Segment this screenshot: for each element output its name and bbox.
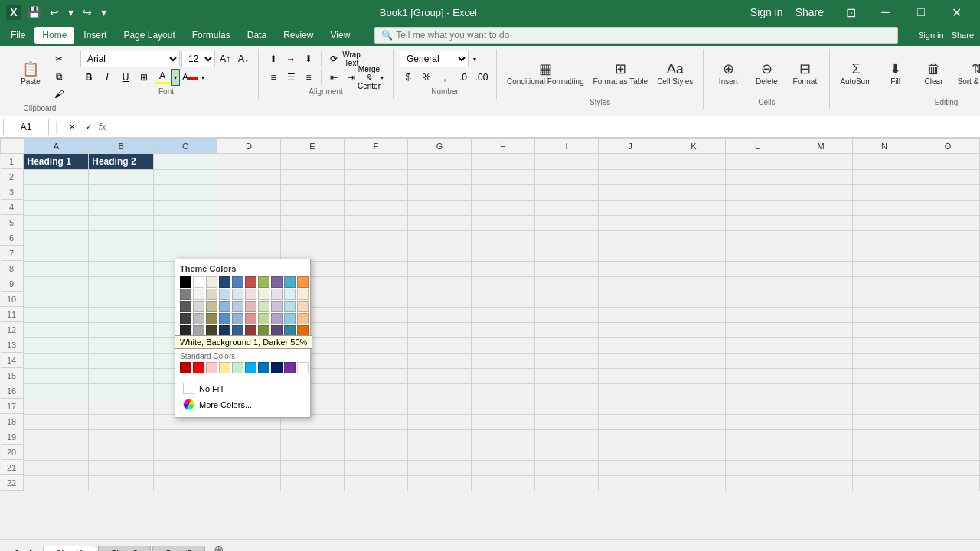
cell-N21[interactable] (852, 460, 916, 475)
theme-swatch-27[interactable] (271, 301, 283, 312)
cell-K5[interactable] (662, 215, 725, 230)
cell-H5[interactable] (471, 215, 534, 230)
cell-H6[interactable] (471, 230, 534, 246)
cell-H22[interactable] (471, 475, 534, 491)
cell-D21[interactable] (217, 460, 280, 475)
cell-L5[interactable] (725, 215, 789, 230)
theme-swatch-6[interactable] (258, 276, 270, 288)
col-header-L[interactable]: L (725, 139, 789, 154)
theme-swatch-0[interactable] (180, 276, 191, 288)
cell-L19[interactable] (725, 429, 789, 445)
cell-A16[interactable] (24, 383, 89, 399)
paste-btn[interactable]: 📋 Paste (12, 51, 49, 96)
scroll-sheet-right-btn[interactable]: ▶ (24, 543, 41, 551)
cell-B17[interactable] (89, 399, 154, 414)
cell-H7[interactable] (471, 246, 534, 261)
cell-E21[interactable] (280, 460, 344, 475)
theme-swatch-39[interactable] (297, 313, 309, 324)
cell-L13[interactable] (725, 337, 789, 353)
theme-swatch-4[interactable] (232, 276, 243, 288)
increase-font-btn[interactable]: A↑ (217, 51, 234, 67)
sheet-tab-3[interactable]: Sheet3 (152, 546, 205, 551)
menu-data[interactable]: Data (240, 27, 274, 44)
restore-btn[interactable]: ⊡ (833, 0, 868, 24)
cell-K11[interactable] (662, 307, 725, 322)
cell-I13[interactable] (534, 337, 598, 353)
theme-swatch-9[interactable] (297, 276, 309, 288)
cell-H11[interactable] (471, 307, 534, 322)
cell-M3[interactable] (789, 184, 852, 200)
cell-F1[interactable] (344, 154, 407, 170)
cell-L22[interactable] (725, 475, 789, 491)
theme-swatch-20[interactable] (180, 301, 191, 312)
col-header-D[interactable]: D (217, 139, 280, 154)
number-format-dropdown[interactable]: ▾ (470, 51, 479, 67)
name-box[interactable] (3, 119, 49, 135)
scroll-sheet-left-btn[interactable]: ◀ (6, 543, 23, 551)
cell-N14[interactable] (852, 353, 916, 368)
cell-F5[interactable] (344, 215, 407, 230)
theme-swatch-29[interactable] (297, 301, 309, 312)
menu-insert[interactable]: Insert (76, 27, 114, 44)
maximize-btn[interactable]: □ (903, 0, 939, 24)
cell-M18[interactable] (789, 414, 852, 429)
cell-N3[interactable] (852, 184, 916, 200)
cell-K17[interactable] (662, 399, 725, 414)
cell-N13[interactable] (852, 337, 916, 353)
cell-M8[interactable] (789, 261, 852, 276)
cell-H18[interactable] (471, 414, 534, 429)
font-size-select[interactable]: 12 (181, 51, 215, 67)
cell-B14[interactable] (89, 353, 154, 368)
cell-F15[interactable] (344, 368, 407, 383)
cell-J21[interactable] (598, 460, 662, 475)
theme-swatch-31[interactable] (193, 313, 204, 324)
cell-E22[interactable] (280, 475, 344, 491)
cell-B9[interactable] (89, 276, 154, 292)
accept-formula-btn[interactable]: ✓ (82, 120, 96, 134)
cell-A10[interactable] (24, 292, 89, 307)
cell-K10[interactable] (662, 292, 725, 307)
cell-O5[interactable] (916, 215, 979, 230)
theme-swatch-26[interactable] (258, 301, 270, 312)
cell-G20[interactable] (407, 445, 471, 460)
theme-swatch-8[interactable] (284, 276, 296, 288)
theme-swatch-38[interactable] (284, 313, 296, 324)
cell-N5[interactable] (852, 215, 916, 230)
cell-B21[interactable] (89, 460, 154, 475)
search-bar[interactable]: 🔍 (374, 27, 898, 44)
cell-I22[interactable] (534, 475, 598, 491)
cell-G2[interactable] (407, 169, 471, 184)
cell-F11[interactable] (344, 307, 407, 322)
cell-G4[interactable] (407, 200, 471, 215)
cell-M10[interactable] (789, 292, 852, 307)
cancel-formula-btn[interactable]: ✕ (65, 120, 79, 134)
menu-formulas[interactable]: Formulas (185, 27, 238, 44)
cell-I9[interactable] (534, 276, 598, 292)
cell-K1[interactable] (662, 154, 725, 170)
cell-L2[interactable] (725, 169, 789, 184)
theme-swatch-37[interactable] (271, 313, 283, 324)
cell-E20[interactable] (280, 445, 344, 460)
cell-A15[interactable] (24, 368, 89, 383)
cell-B3[interactable] (89, 184, 154, 200)
cell-H1[interactable] (471, 154, 534, 170)
menu-page-layout[interactable]: Page Layout (116, 27, 182, 44)
cell-L3[interactable] (725, 184, 789, 200)
cell-O20[interactable] (916, 445, 979, 460)
cell-O13[interactable] (916, 337, 979, 353)
search-input[interactable] (396, 30, 891, 41)
cell-L1[interactable] (725, 154, 789, 170)
standard-swatch-8[interactable] (284, 362, 296, 373)
cell-C19[interactable] (153, 429, 217, 445)
cell-K20[interactable] (662, 445, 725, 460)
cell-B8[interactable] (89, 261, 154, 276)
cell-E1[interactable] (280, 154, 344, 170)
cell-H10[interactable] (471, 292, 534, 307)
cell-M15[interactable] (789, 368, 852, 383)
align-bottom-btn[interactable]: ⬇ (300, 51, 317, 67)
cell-G7[interactable] (407, 246, 471, 261)
align-right-btn[interactable]: ≡ (300, 69, 317, 86)
cell-J22[interactable] (598, 475, 662, 491)
cell-J19[interactable] (598, 429, 662, 445)
cell-F4[interactable] (344, 200, 407, 215)
